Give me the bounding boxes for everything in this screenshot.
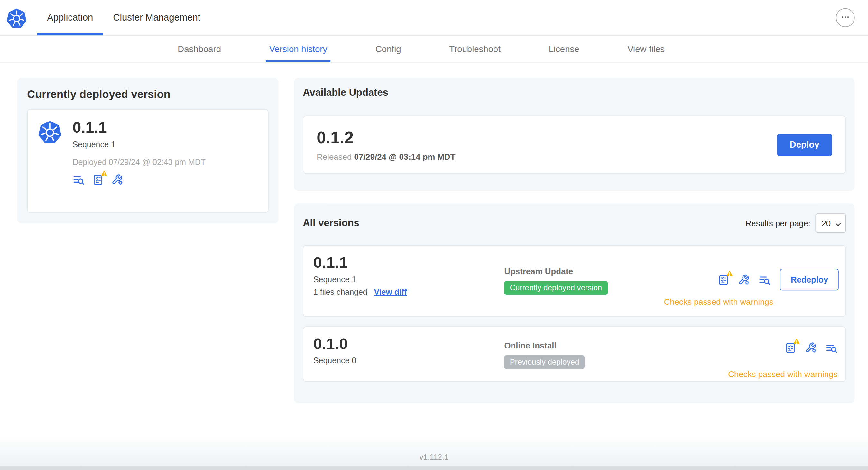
footer: v1.112.1 xyxy=(0,436,868,466)
app-icon-kubernetes xyxy=(38,120,62,145)
released-prefix: Released xyxy=(317,152,352,161)
warning-triangle-icon xyxy=(726,270,734,277)
deploy-button[interactable]: Deploy xyxy=(777,134,832,156)
tab-version-history[interactable]: Version history xyxy=(266,36,331,62)
more-menu-button[interactable] xyxy=(836,8,855,27)
all-versions-title: All versions xyxy=(303,217,359,229)
edit-config-icon[interactable] xyxy=(738,274,750,286)
app-root: Application Cluster Management Dashboard… xyxy=(0,0,868,470)
view-diff-link[interactable]: View diff xyxy=(374,288,407,296)
deploy-logs-icon[interactable] xyxy=(72,174,85,186)
edit-config-icon[interactable] xyxy=(805,342,817,354)
deployed-version-number: 0.1.1 xyxy=(72,120,115,137)
currently-deployed-card: Currently deployed version 0.1.1 Sequenc… xyxy=(17,78,278,224)
console-version: v1.112.1 xyxy=(420,452,449,461)
more-menu-icon xyxy=(840,11,850,24)
deployed-version-card: 0.1.1 Sequence 1 Deployed 07/29/24 @ 02:… xyxy=(27,109,268,213)
bottom-edge-strip xyxy=(0,466,868,470)
edit-config-icon[interactable] xyxy=(111,174,124,186)
status-badge: Previously deployed xyxy=(504,355,585,369)
released-date: 07/29/24 @ 03:14 pm MDT xyxy=(354,152,455,161)
preflight-checks-icon[interactable] xyxy=(784,342,797,354)
results-per-page-value: 20 xyxy=(822,218,831,228)
version-source: Online Install xyxy=(504,341,585,350)
tab-config[interactable]: Config xyxy=(372,36,404,62)
version-row: 0.1.1 Sequence 1 1 files changed View di… xyxy=(303,245,846,317)
update-row: 0.1.2 Released 07/29/24 @ 03:14 pm MDT D… xyxy=(303,116,846,174)
status-badge: Currently deployed version xyxy=(504,281,608,295)
chevron-down-icon xyxy=(835,218,841,228)
available-updates-card: Available Updates 0.1.2 Released 07/29/2… xyxy=(294,78,855,191)
available-updates-title: Available Updates xyxy=(303,87,846,98)
results-per-page-select[interactable]: 20 xyxy=(815,213,846,232)
version-source: Upstream Update xyxy=(504,267,608,276)
deployed-timestamp: Deployed 07/29/24 @ 02:43 pm MDT xyxy=(72,158,258,167)
preflight-checks-icon[interactable] xyxy=(718,274,730,286)
checks-status-text: Checks passed with warnings xyxy=(664,297,773,306)
tab-troubleshoot[interactable]: Troubleshoot xyxy=(446,36,504,62)
deploy-logs-icon[interactable] xyxy=(758,274,771,286)
update-released-line: Released 07/29/24 @ 03:14 pm MDT xyxy=(317,152,455,161)
tab-dashboard[interactable]: Dashboard xyxy=(174,36,224,62)
checks-status-text: Checks passed with warnings xyxy=(728,369,837,379)
header-tab-label: Cluster Management xyxy=(113,12,200,23)
kubernetes-logo xyxy=(6,7,27,29)
files-changed: 1 files changed xyxy=(313,288,367,296)
currently-deployed-title: Currently deployed version xyxy=(27,88,268,101)
results-per-page-label: Results per page: xyxy=(745,218,810,228)
app-header: Application Cluster Management xyxy=(0,0,868,36)
header-tab-application[interactable]: Application xyxy=(37,0,103,35)
header-tab-cluster-management[interactable]: Cluster Management xyxy=(103,0,210,35)
app-sub-nav: Dashboard Version history Config Trouble… xyxy=(0,36,868,63)
tab-view-files[interactable]: View files xyxy=(624,36,668,62)
redeploy-button[interactable]: Redeploy xyxy=(780,269,839,290)
warning-triangle-icon xyxy=(793,338,800,345)
version-row: 0.1.0 Sequence 0 Online Install Previous… xyxy=(303,326,846,381)
preflight-checks-icon[interactable] xyxy=(92,174,104,186)
tab-license[interactable]: License xyxy=(545,36,583,62)
update-version-number: 0.1.2 xyxy=(317,128,455,147)
header-tab-label: Application xyxy=(47,12,93,23)
warning-triangle-icon xyxy=(100,170,108,177)
deploy-logs-icon[interactable] xyxy=(826,342,838,354)
all-versions-card: All versions Results per page: 20 0.1.1 … xyxy=(294,203,855,403)
deployed-sequence: Sequence 1 xyxy=(72,140,115,149)
